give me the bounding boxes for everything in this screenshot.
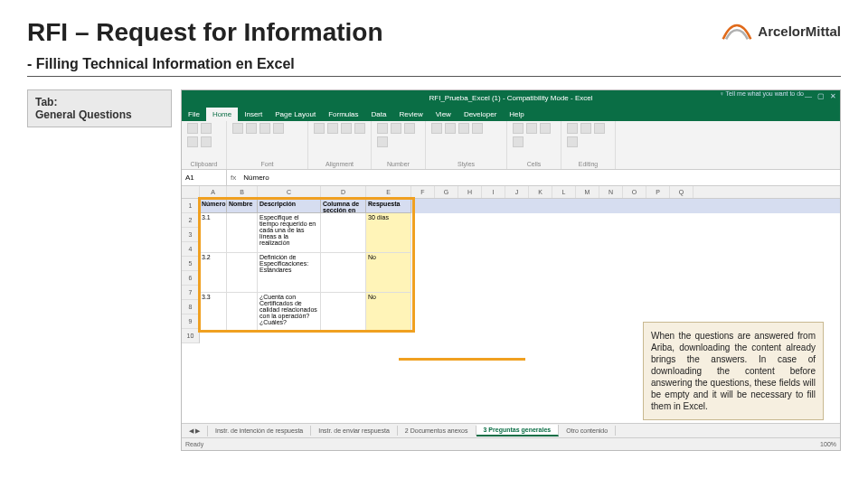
zoom-level[interactable]: 100% [820, 441, 836, 447]
ribbon-button[interactable] [377, 123, 388, 134]
table-header-cell[interactable]: Columna de sección en lista [321, 199, 366, 213]
ribbon-button[interactable] [391, 123, 401, 134]
response-cell[interactable]: No [366, 253, 411, 293]
ribbon-button[interactable] [431, 123, 442, 134]
minimize-icon[interactable]: — [805, 92, 812, 100]
row-header[interactable]: 7 [182, 286, 200, 300]
ribbon-button[interactable] [201, 136, 212, 147]
col-header[interactable]: N [599, 186, 623, 198]
col-header[interactable]: O [623, 186, 646, 198]
col-header[interactable]: C [258, 186, 321, 198]
sheet-tab[interactable]: Otro contenido [559, 426, 616, 436]
ribbon-tab-file[interactable]: File [182, 108, 206, 121]
ribbon-tab-view[interactable]: View [429, 108, 458, 121]
data-cell[interactable]: 3.3 [200, 293, 227, 333]
data-cell[interactable]: 3.2 [200, 253, 227, 293]
ribbon-button[interactable] [567, 136, 578, 147]
ribbon-tab-page-layout[interactable]: Page Layout [269, 108, 322, 121]
ribbon-tab-help[interactable]: Help [503, 108, 530, 121]
ribbon-tab-developer[interactable]: Developer [458, 108, 503, 121]
response-cell[interactable]: 30 días [366, 213, 411, 253]
data-cell[interactable] [227, 213, 258, 253]
ribbon-button[interactable] [354, 123, 365, 134]
table-header-cell[interactable]: Descripción [258, 199, 321, 213]
ribbon-button[interactable] [187, 123, 198, 134]
row-header[interactable]: 3 [182, 228, 200, 242]
fx-icon[interactable]: fx [227, 174, 240, 182]
row-header[interactable]: 8 [182, 300, 200, 314]
col-header[interactable] [182, 186, 200, 198]
ribbon-button[interactable] [540, 123, 551, 134]
ribbon-button[interactable] [259, 123, 270, 134]
data-cell[interactable] [227, 293, 258, 333]
sheet-tab[interactable]: 3 Preguntas generales [476, 425, 560, 436]
sheet-tab[interactable]: Instr. de intención de respuesta [208, 426, 311, 436]
ribbon-button[interactable] [404, 123, 415, 134]
data-cell[interactable] [321, 253, 366, 293]
ribbon-button[interactable] [472, 123, 483, 134]
col-header[interactable]: Q [670, 186, 693, 198]
sheet-tab[interactable]: 2 Documentos anexos [398, 426, 476, 436]
row-header[interactable]: 2 [182, 213, 200, 228]
ribbon-button[interactable] [314, 123, 325, 134]
ribbon-button[interactable] [341, 123, 352, 134]
col-header[interactable]: D [321, 186, 366, 198]
data-cell[interactable]: ¿Cuenta con Certificados de calidad rela… [258, 293, 321, 333]
ribbon-button[interactable] [273, 123, 284, 134]
ribbon-tab-formulas[interactable]: Formulas [322, 108, 364, 121]
ribbon-button[interactable] [513, 123, 524, 134]
ribbon-button[interactable] [526, 123, 537, 134]
ribbon-tab-data[interactable]: Data [365, 108, 393, 121]
data-cell[interactable]: 3.1 [200, 213, 227, 253]
data-cell[interactable]: Especifique el tiempo requerido en cada … [258, 213, 321, 253]
ribbon-button[interactable] [232, 123, 243, 134]
row-header[interactable]: 1 [182, 199, 200, 213]
ribbon-button[interactable] [458, 123, 469, 134]
ribbon-button[interactable] [377, 136, 388, 147]
col-header[interactable]: I [482, 186, 505, 198]
row-header[interactable]: 5 [182, 257, 200, 271]
ribbon-button[interactable] [187, 136, 198, 147]
ribbon-tab-review[interactable]: Review [392, 108, 429, 121]
data-cell[interactable] [321, 293, 366, 333]
col-header[interactable]: G [435, 186, 458, 198]
col-header[interactable]: F [411, 186, 435, 198]
table-header-cell[interactable]: Nombre [227, 199, 258, 213]
row-header[interactable]: 9 [182, 314, 200, 329]
table-header-cell[interactable]: Número [200, 199, 227, 213]
data-cell[interactable]: Definición de Especificaciones: Estándar… [258, 253, 321, 293]
col-header[interactable]: B [227, 186, 258, 198]
formula-value[interactable]: Número [240, 174, 272, 182]
ribbon-button[interactable] [246, 123, 257, 134]
ribbon-button[interactable] [327, 123, 338, 134]
ribbon-button[interactable] [445, 123, 456, 134]
ribbon-button[interactable] [567, 123, 578, 134]
data-cell[interactable] [227, 253, 258, 293]
col-header[interactable]: H [458, 186, 482, 198]
name-box[interactable]: A1 [182, 170, 227, 185]
table-header-cell[interactable]: Respuesta [366, 199, 411, 213]
ribbon-button[interactable] [513, 136, 524, 147]
ribbon-button[interactable] [580, 123, 591, 134]
data-cell[interactable] [321, 213, 366, 253]
tell-me-box[interactable]: ♀ Tell me what you want to do [720, 90, 804, 97]
sheet-nav[interactable]: ◀ ▶ [182, 426, 208, 436]
close-icon[interactable]: ✕ [830, 92, 836, 100]
col-header[interactable]: L [552, 186, 576, 198]
row-header[interactable]: 4 [182, 242, 200, 257]
col-header[interactable]: P [646, 186, 670, 198]
ribbon-tab-home[interactable]: Home [206, 108, 238, 121]
col-header[interactable]: M [576, 186, 599, 198]
ribbon-button[interactable] [594, 123, 605, 134]
ribbon-button[interactable] [201, 123, 212, 134]
ribbon-tab-insert[interactable]: Insert [238, 108, 269, 121]
worksheet-area[interactable]: ABCDEFGHIJKLMNOPQ 12345678910 NúmeroNomb… [182, 186, 840, 421]
sheet-tab[interactable]: Instr. de enviar respuesta [311, 426, 398, 436]
col-header[interactable]: E [366, 186, 411, 198]
col-header[interactable]: K [529, 186, 552, 198]
col-header[interactable]: A [200, 186, 227, 198]
row-header[interactable]: 10 [182, 329, 200, 343]
response-cell[interactable]: No [366, 293, 411, 333]
col-header[interactable]: J [505, 186, 529, 198]
row-header[interactable]: 6 [182, 271, 200, 286]
